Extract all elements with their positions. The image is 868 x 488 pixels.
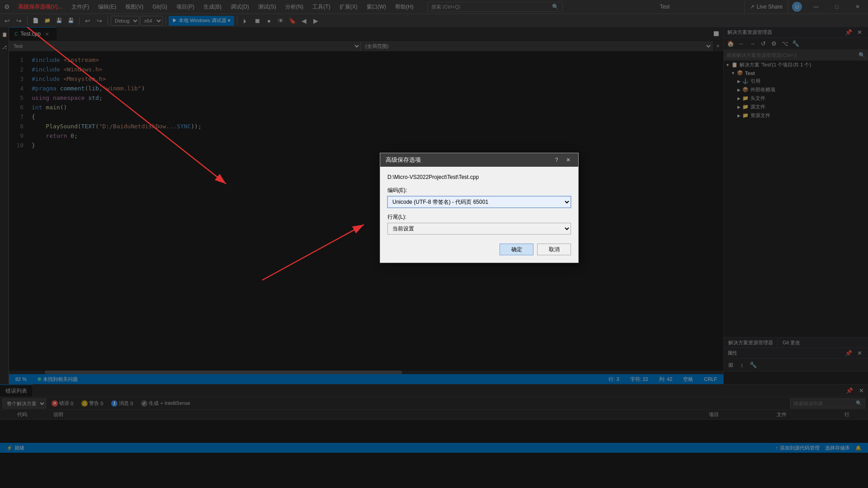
encoding-select[interactable]: Unicode (UTF-8 带签名) - 代码页 65001 Unicode … (387, 196, 571, 208)
line-ending-select[interactable]: 当前设置 Windows (CR LF) Unix (LF) Mac (CR) (387, 223, 571, 235)
modal-dialog: 高级保存选项 ? ✕ D:\Micro-VS2022Project\Test\T… (380, 153, 579, 263)
modal-close-button[interactable]: ✕ (564, 155, 573, 164)
modal-file-path: D:\Micro-VS2022Project\Test\Test.cpp (387, 174, 571, 180)
modal-overlay[interactable]: 高级保存选项 ? ✕ D:\Micro-VS2022Project\Test\T… (0, 0, 868, 488)
modal-ok-button[interactable]: 确定 (500, 244, 533, 255)
modal-controls: ? ✕ (552, 155, 573, 164)
encoding-label: 编码(E): (387, 187, 571, 194)
modal-help-button[interactable]: ? (552, 155, 561, 164)
line-ending-field: 行尾(L): 当前设置 Windows (CR LF) Unix (LF) Ma… (387, 213, 571, 235)
modal-titlebar: 高级保存选项 ? ✕ (380, 153, 578, 167)
modal-body: D:\Micro-VS2022Project\Test\Test.cpp 编码(… (380, 167, 578, 263)
line-ending-label: 行尾(L): (387, 213, 571, 221)
modal-title: 高级保存选项 (386, 156, 421, 164)
modal-footer: 确定 取消 (387, 240, 571, 255)
encoding-field: 编码(E): Unicode (UTF-8 带签名) - 代码页 65001 U… (387, 187, 571, 208)
modal-cancel-button[interactable]: 取消 (537, 244, 571, 255)
